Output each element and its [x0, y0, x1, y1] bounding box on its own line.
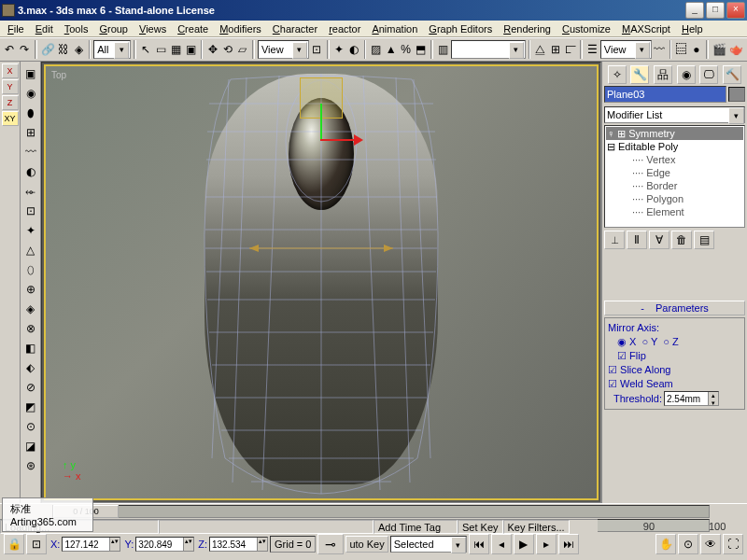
goto-end-button[interactable]: ⏭: [558, 534, 579, 554]
coord-z-spinner[interactable]: ▴▾: [209, 537, 268, 552]
constrain-x-button[interactable]: X: [2, 63, 19, 78]
vp-arc-button[interactable]: ⊙: [678, 534, 698, 554]
reactor-tool-16[interactable]: ⊘: [21, 378, 40, 397]
reactor-tool-18[interactable]: ⊙: [21, 417, 40, 436]
snap-button[interactable]: ▨: [369, 39, 383, 60]
rotate-button[interactable]: ⟲: [220, 39, 234, 60]
ref-coord-combo2[interactable]: View: [600, 40, 652, 59]
reactor-tool-13[interactable]: ⊗: [21, 319, 40, 338]
menu-graph editors[interactable]: Graph Editors: [423, 22, 498, 35]
make-unique-button[interactable]: ∀: [649, 231, 669, 249]
display-tab[interactable]: 🖵: [699, 65, 718, 84]
window-crossing-button[interactable]: ▣: [184, 39, 198, 60]
reactor-tool-17[interactable]: ◩: [21, 398, 40, 416]
remove-mod-button[interactable]: 🗑: [671, 231, 692, 249]
keyfilters-button[interactable]: Key Filters...: [503, 520, 570, 534]
undo-button[interactable]: ↶: [3, 39, 17, 60]
object-color-swatch[interactable]: [728, 87, 745, 102]
time-slider-track[interactable]: 0 / 100: [52, 505, 710, 518]
coord-x-spinner[interactable]: ▴▾: [62, 537, 120, 552]
move-gizmo[interactable]: [298, 104, 345, 150]
reactor-tool-11[interactable]: ⊕: [21, 280, 40, 299]
redo-button[interactable]: ↷: [18, 39, 32, 60]
spinner-snap-button[interactable]: ⬒: [414, 39, 428, 60]
menu-rendering[interactable]: Rendering: [498, 22, 557, 35]
create-tab[interactable]: ✧: [608, 65, 627, 84]
reactor-tool-2[interactable]: ⬮: [21, 104, 40, 122]
vp-pan-button[interactable]: ✋: [655, 534, 676, 554]
selection-filter-combo[interactable]: All: [93, 40, 131, 59]
pin-stack-button[interactable]: ⟂: [604, 231, 625, 249]
reactor-tool-19[interactable]: ◪: [21, 437, 40, 455]
modifier-stack[interactable]: ♀⊞Symmetry ⊟Editable Poly ···· Vertex ··…: [604, 125, 745, 228]
menu-maxscript[interactable]: MAXScript: [616, 22, 676, 35]
show-result-button[interactable]: Ⅱ: [627, 231, 647, 249]
reactor-tool-14[interactable]: ◧: [21, 339, 40, 357]
unlink-button[interactable]: ⛓: [57, 39, 71, 60]
utilities-tab[interactable]: 🔨: [723, 65, 741, 84]
quick-render-button[interactable]: 🫖: [728, 39, 744, 60]
menu-group[interactable]: Group: [93, 22, 134, 35]
reactor-tool-1[interactable]: ◉: [21, 84, 40, 103]
configure-sets-button[interactable]: ▤: [694, 231, 714, 249]
select-region-button[interactable]: ▦: [169, 39, 183, 60]
ref-coord-combo[interactable]: View: [258, 40, 309, 59]
menu-customize[interactable]: Customize: [557, 22, 616, 35]
keymode-button[interactable]: ◐: [347, 39, 361, 60]
reactor-tool-10[interactable]: ⬯: [21, 260, 40, 279]
reactor-tool-15[interactable]: ⬖: [21, 358, 40, 377]
named-sel-combo[interactable]: [451, 40, 526, 59]
lock-button[interactable]: 🔒: [4, 534, 24, 554]
select-name-button[interactable]: ▭: [154, 39, 168, 60]
menu-help[interactable]: Help: [676, 22, 709, 35]
menu-character[interactable]: Character: [267, 22, 323, 35]
slice-checkbox[interactable]: ☑ Slice Along: [608, 363, 741, 377]
mirror-button[interactable]: ⧋: [533, 39, 547, 60]
reactor-tool-6[interactable]: ⬰: [21, 182, 40, 201]
vp-fov-button[interactable]: 👁: [700, 534, 721, 554]
axis-y-radio[interactable]: ○ Y: [641, 335, 657, 349]
autokey-toggle[interactable]: ⊸: [317, 534, 344, 554]
next-frame-button[interactable]: ▸: [536, 534, 557, 554]
play-button[interactable]: ▶: [514, 534, 534, 554]
reactor-tool-5[interactable]: ◐: [21, 162, 40, 181]
menu-tools[interactable]: Tools: [59, 22, 94, 35]
render-scene-button[interactable]: 🎬: [712, 39, 727, 60]
setkey-button[interactable]: Set Key: [458, 520, 503, 534]
percent-snap-button[interactable]: %: [399, 39, 413, 60]
menu-edit[interactable]: Edit: [30, 22, 59, 35]
curve-editor-button[interactable]: 〰: [653, 39, 667, 60]
flip-checkbox[interactable]: ☑ Flip: [617, 349, 646, 363]
minimize-button[interactable]: _: [685, 2, 704, 19]
constrain-y-button[interactable]: Y: [2, 79, 19, 94]
menu-views[interactable]: Views: [134, 22, 172, 35]
viewport-top[interactable]: Top: [44, 64, 599, 500]
reactor-tool-4[interactable]: 〰: [21, 143, 40, 161]
reactor-tool-0[interactable]: ▣: [21, 64, 40, 83]
prev-frame-button[interactable]: ◂: [491, 534, 512, 554]
align-button[interactable]: ⫍: [563, 39, 577, 60]
motion-tab[interactable]: ◉: [677, 65, 696, 84]
reactor-tool-7[interactable]: ⊡: [21, 202, 40, 220]
reactor-tool-8[interactable]: ✦: [21, 221, 40, 240]
reactor-tool-3[interactable]: ⊞: [21, 123, 40, 142]
object-name-field[interactable]: Plane03: [604, 86, 726, 103]
array-button[interactable]: ⊞: [548, 39, 562, 60]
manipulate-button[interactable]: ✦: [332, 39, 346, 60]
menu-animation[interactable]: Animation: [366, 22, 423, 35]
schematic-button[interactable]: ⿳: [674, 39, 688, 60]
bind-button[interactable]: ◈: [72, 39, 86, 60]
goto-start-button[interactable]: ⏮: [469, 534, 489, 554]
axis-x-radio[interactable]: ◉ X: [617, 335, 636, 349]
modify-tab[interactable]: 🔧: [630, 65, 649, 84]
material-button[interactable]: ●: [689, 39, 703, 60]
reactor-tool-20[interactable]: ⊛: [21, 456, 40, 475]
reactor-tool-12[interactable]: ◈: [21, 300, 40, 318]
autokey-button[interactable]: uto Key: [345, 536, 388, 553]
add-time-tag-button[interactable]: Add Time Tag: [374, 520, 458, 534]
move-button[interactable]: ✥: [205, 39, 219, 60]
constrain-xy-button[interactable]: XY: [2, 111, 19, 126]
vp-max-button[interactable]: ⛶: [723, 534, 743, 554]
keymode-combo[interactable]: Selected: [390, 536, 467, 553]
close-button[interactable]: ×: [726, 2, 745, 19]
